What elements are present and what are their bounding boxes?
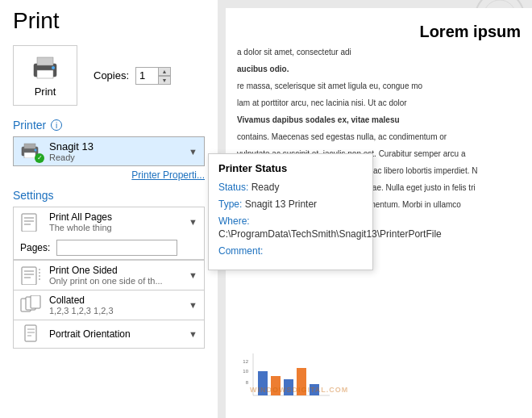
- setting-one-sided-arrow: ▼: [189, 270, 197, 280]
- copies-spin-down[interactable]: ▼: [158, 76, 171, 85]
- page-title: Print: [13, 8, 205, 34]
- popup-type-value: Snagit 13 Printer: [245, 199, 317, 210]
- print-icon: [31, 53, 60, 82]
- popup-title: Printer Status: [218, 162, 363, 174]
- copies-area: Copies: ▲ ▼: [94, 67, 171, 85]
- popup-status-value: Ready: [251, 182, 280, 193]
- print-button-label: Print: [35, 86, 56, 98]
- setting-one-sided-title: Print One Sided: [49, 265, 182, 276]
- setting-one-sided-subtitle: Only print on one side of th...: [49, 276, 170, 286]
- svg-rect-2: [37, 70, 53, 78]
- popup-where-row: Where: C:\ProgramData\TechSmith\Snagit13…: [218, 215, 363, 242]
- setting-collated-arrow: ▼: [189, 300, 197, 310]
- setting-print-all-pages[interactable]: Print All Pages The whole thing ▼: [13, 207, 205, 236]
- setting-portrait[interactable]: Portrait Orientation ▼: [13, 320, 205, 349]
- print-button[interactable]: Print: [13, 45, 77, 106]
- svg-rect-20: [25, 325, 36, 341]
- svg-point-3: [52, 66, 55, 69]
- preview-text-2: aucibus odio.: [237, 63, 521, 75]
- preview-text-6: contains. Maecenas sed egestas nulla, ac…: [237, 131, 521, 143]
- copies-input-wrap: ▲ ▼: [135, 67, 171, 85]
- svg-rect-6: [24, 153, 35, 158]
- pages-row: Pages:: [13, 236, 205, 260]
- watermark: WINDOWSDIGITAL.COM: [250, 386, 348, 394]
- svg-text:10: 10: [243, 369, 248, 374]
- copies-label: Copies:: [94, 69, 129, 82]
- preview-title: Lorem ipsum: [237, 23, 521, 41]
- setting-print-one-sided[interactable]: Print One Sided Only print on one side o…: [13, 260, 205, 290]
- printer-section-header: Printer i: [13, 119, 205, 132]
- printer-status-popup: Printer Status Status: Ready Type: Snagi…: [208, 153, 373, 270]
- popup-type-label: Type:: [218, 199, 242, 210]
- printer-icon-wrap: ✓: [20, 142, 43, 161]
- setting-portrait-arrow: ▼: [189, 329, 197, 339]
- popup-comment-label: Comment:: [218, 245, 263, 257]
- printer-ready-check: ✓: [35, 153, 44, 163]
- popup-comment-row: Comment:: [218, 245, 363, 258]
- settings-section-header: Settings: [13, 189, 205, 202]
- svg-rect-19: [31, 295, 40, 308]
- setting-print-all-pages-subtitle: The whole thing: [49, 223, 170, 232]
- preview-text-5: Vivamus dapibus sodales ex, vitae malesu: [237, 114, 521, 126]
- print-button-area: Print Copies: ▲ ▼: [13, 45, 205, 106]
- print-one-sided-icon: [20, 265, 43, 285]
- svg-point-7: [35, 148, 37, 151]
- print-all-pages-icon: [20, 212, 43, 232]
- settings-header-label: Settings: [13, 189, 54, 202]
- setting-print-all-pages-text: Print All Pages The whole thing: [49, 211, 182, 232]
- svg-text:8: 8: [246, 380, 249, 385]
- pages-input[interactable]: [56, 240, 177, 256]
- collated-icon: [20, 295, 43, 315]
- setting-collated[interactable]: Collated 1,2,3 1,2,3 1,2,3 ▼: [13, 290, 205, 320]
- copies-spin-up[interactable]: ▲: [158, 67, 171, 76]
- svg-rect-12: [22, 267, 36, 285]
- setting-collated-title: Collated: [49, 295, 182, 306]
- setting-print-all-pages-title: Print All Pages: [49, 211, 182, 223]
- popup-where-value: C:\ProgramData\TechSmith\Snagit13\Printe…: [218, 228, 442, 240]
- printer-info-icon[interactable]: i: [51, 119, 62, 131]
- setting-portrait-text: Portrait Orientation: [49, 328, 182, 340]
- printer-dropdown[interactable]: ✓ Snagit 13 Ready ▼: [13, 136, 205, 166]
- printer-dropdown-arrow: ▼: [189, 147, 197, 157]
- setting-print-all-pages-arrow: ▼: [189, 217, 197, 227]
- setting-collated-text: Collated 1,2,3 1,2,3 1,2,3: [49, 295, 182, 316]
- portrait-icon: [20, 324, 43, 344]
- printer-name: Snagit 13: [49, 140, 182, 153]
- pages-label: Pages:: [20, 242, 50, 253]
- setting-collated-subtitle: 1,2,3 1,2,3 1,2,3: [49, 306, 170, 316]
- svg-text:12: 12: [243, 359, 248, 364]
- preview-chart: 12 10 8: [237, 353, 334, 402]
- settings-list: Print All Pages The whole thing ▼ Pages:…: [13, 207, 205, 349]
- preview-text-1: a dolor sit amet, consectetur adi: [237, 46, 521, 58]
- svg-rect-8: [22, 214, 36, 232]
- popup-where-label: Where:: [218, 215, 250, 227]
- setting-one-sided-text: Print One Sided Only print on one side o…: [49, 265, 182, 286]
- popup-status-row: Status: Ready: [218, 181, 363, 194]
- preview-text-3: re massa, scelerisque sit amet ligula eu…: [237, 80, 521, 92]
- preview-text-4: lam at porttitor arcu, nec lacinia nisi.…: [237, 97, 521, 109]
- svg-rect-1: [37, 57, 53, 65]
- popup-type-row: Type: Snagit 13 Printer: [218, 198, 363, 211]
- printer-header-label: Printer: [13, 119, 46, 132]
- left-panel: Print Print Copies: ▲ ▼ Printer: [0, 0, 218, 418]
- popup-status-label: Status:: [218, 182, 248, 193]
- printer-status: Ready: [49, 153, 182, 162]
- printer-properties-link[interactable]: Printer Properti...: [13, 169, 205, 181]
- setting-portrait-title: Portrait Orientation: [49, 328, 182, 340]
- printer-info: Snagit 13 Ready: [49, 140, 182, 162]
- copies-spinner: ▲ ▼: [158, 67, 171, 85]
- svg-rect-5: [24, 144, 35, 148]
